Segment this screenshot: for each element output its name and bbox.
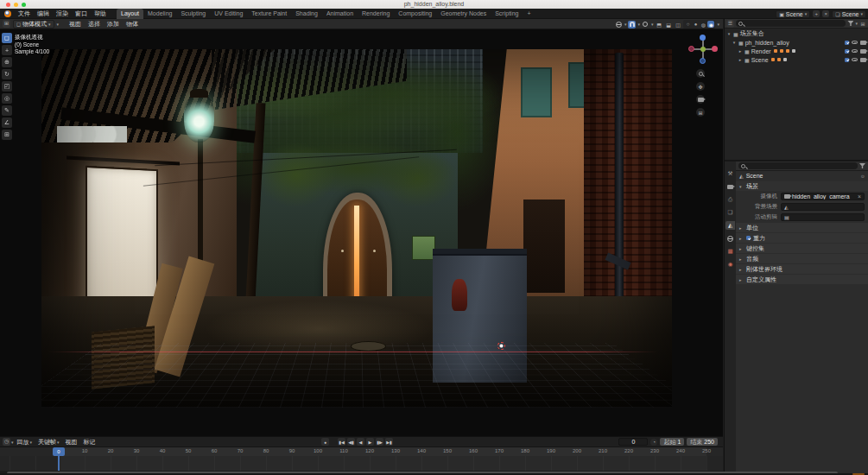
play-button[interactable]: ▶	[366, 438, 374, 446]
menu-keying[interactable]: 关键帧▾	[35, 438, 62, 446]
menu-file[interactable]: 文件	[15, 9, 34, 19]
panel-units[interactable]: ▸ 单位	[736, 223, 868, 232]
prev-keyframe-button[interactable]: ◀▮	[347, 438, 355, 446]
play-reverse-button[interactable]: ◀	[357, 438, 364, 446]
menu-help[interactable]: 帮助	[91, 9, 110, 19]
filter-icon[interactable]	[859, 163, 865, 168]
tab-modeling[interactable]: Modeling	[143, 9, 176, 19]
tab-physics-icon[interactable]: ◉	[725, 260, 735, 269]
hide-eye-icon[interactable]	[852, 58, 858, 61]
tab-scene-icon[interactable]: ◭	[725, 221, 735, 230]
shading-material-button[interactable]: ◍	[700, 21, 706, 28]
menu-view[interactable]: 视图	[66, 19, 85, 29]
scene-selector[interactable]: ▣ Scene ▾	[776, 10, 810, 18]
tool-scale[interactable]: ◰	[2, 81, 12, 92]
gizmo-axis-z[interactable]	[700, 35, 706, 41]
tab-texture-icon[interactable]: ▦	[725, 247, 735, 256]
shading-solid-button[interactable]: ●	[692, 21, 699, 28]
outliner-row-scene[interactable]: ▸ ▦ Scene	[725, 55, 868, 64]
show-gizmo-toggle[interactable]: ⬒	[655, 21, 662, 28]
tab-texture-paint[interactable]: Texture Paint	[247, 9, 291, 19]
tab-rendering[interactable]: Rendering	[358, 9, 394, 19]
viewport-3d[interactable]: 摄像机透视 (0) Scene Sample 4/100 ◻ + ⊕ ↻ ◰ ◎…	[0, 29, 723, 436]
tab-shading[interactable]: Shading	[291, 9, 322, 19]
panel-rigid-body-world[interactable]: ▸ 刚体世界环境	[736, 264, 868, 274]
tool-cursor[interactable]: +	[2, 45, 12, 55]
jump-start-button[interactable]: ▮◀	[338, 438, 345, 446]
xray-toggle[interactable]: ◫	[674, 21, 681, 28]
scene-panel-header[interactable]: ▾ 场景	[736, 181, 868, 191]
panel-keying-sets[interactable]: ▸ 键控集	[736, 244, 868, 253]
outliner-row-ph-hidden-alloy[interactable]: ▾ ▦ ph_hidden_alloy	[725, 38, 868, 47]
pin-icon[interactable]: ⊙	[861, 174, 865, 179]
jump-end-button[interactable]: ▶▮	[385, 438, 393, 446]
outliner-search-input[interactable]	[736, 20, 846, 27]
menu-window[interactable]: 窗口	[72, 9, 91, 19]
outliner-row-scene-collection[interactable]: ▾ ▦ 场景集合	[725, 29, 868, 38]
tab-layout[interactable]: Layout	[117, 9, 143, 19]
editor-type-button[interactable]: ⊞	[3, 20, 10, 28]
tab-output-icon[interactable]: ⎙	[725, 195, 735, 204]
camera-render-region[interactable]	[41, 49, 672, 408]
tab-geometry-nodes[interactable]: Geometry Nodes	[436, 9, 491, 19]
view-layer-selector[interactable]: ❏ Scene ▾	[832, 10, 866, 18]
menu-add[interactable]: 添加	[104, 19, 123, 29]
navigation-gizmo[interactable]	[688, 35, 718, 64]
properties-search-input[interactable]	[738, 162, 858, 169]
menu-object[interactable]: 物体	[123, 19, 142, 29]
expand-icon[interactable]: ▸	[738, 57, 743, 62]
tab-scripting[interactable]: Scripting	[491, 9, 523, 19]
playhead[interactable]: 0	[53, 447, 65, 456]
hide-eye-icon[interactable]	[852, 49, 858, 53]
tab-compositing[interactable]: Compositing	[394, 9, 436, 19]
gizmo-axis-x-neg[interactable]	[688, 46, 694, 52]
tool-add-cube[interactable]: ⊞	[2, 130, 12, 140]
new-collection-button[interactable]: ⊞	[859, 20, 866, 27]
timeline-channels[interactable]	[0, 456, 723, 471]
gizmo-axis-y[interactable]	[700, 47, 706, 52]
panel-gravity[interactable]: ▸ 重力	[736, 233, 868, 243]
exclude-checkbox[interactable]	[845, 49, 849, 54]
frame-start-field[interactable]: 起始 1	[660, 438, 684, 446]
shading-wireframe-button[interactable]: ○	[684, 21, 691, 28]
timeline-editor-type-button[interactable]: ◷	[3, 438, 10, 446]
tool-annotate[interactable]: ✎	[2, 105, 12, 116]
gravity-checkbox[interactable]	[746, 236, 751, 240]
timeline-ruler[interactable]: 0 10203040506070809010011012013014015016…	[0, 447, 723, 456]
menu-view[interactable]: 视图	[63, 438, 80, 446]
clear-icon[interactable]: ×	[858, 193, 861, 200]
tab-uv-editing[interactable]: UV Editing	[210, 9, 247, 19]
proportional-editing-toggle[interactable]	[642, 21, 649, 28]
camera-field[interactable]: hidden_alloy_camera ×	[781, 193, 865, 200]
show-overlays-toggle[interactable]: ⬓	[664, 21, 672, 28]
hide-eye-icon[interactable]	[852, 41, 858, 44]
add-workspace-button[interactable]: +	[523, 9, 535, 19]
current-frame-field[interactable]: 0	[618, 438, 648, 446]
filter-icon[interactable]	[847, 21, 853, 26]
outliner-editor-type-button[interactable]: ☰	[726, 20, 734, 28]
frame-end-field[interactable]: 结束 250	[687, 438, 718, 446]
new-scene-button[interactable]: +	[813, 10, 820, 17]
disable-render-icon[interactable]	[860, 41, 866, 45]
disable-render-icon[interactable]	[860, 49, 866, 54]
active-clip-field[interactable]: ▤	[781, 213, 865, 221]
pan-hand-icon[interactable]: ✥	[696, 82, 705, 91]
blender-logo-icon[interactable]	[4, 10, 11, 17]
outliner-row-render[interactable]: ▸ ▦ Render	[725, 47, 868, 55]
tab-view-layer-icon[interactable]: ❏	[725, 208, 735, 217]
mode-extra-caret[interactable]: ▾	[57, 22, 60, 27]
next-keyframe-button[interactable]: ▮▶	[376, 438, 383, 446]
tab-sculpting[interactable]: Sculpting	[176, 9, 210, 19]
zoom-icon[interactable]	[696, 69, 705, 78]
camera-view-icon[interactable]	[696, 95, 705, 104]
menu-select[interactable]: 选择	[85, 19, 104, 29]
perspective-toggle-icon[interactable]: ⊞	[696, 108, 705, 117]
tool-select-box[interactable]: ◻	[2, 33, 12, 43]
unlink-scene-button[interactable]: ×	[822, 10, 829, 17]
tab-world-icon[interactable]	[725, 234, 735, 243]
expand-icon[interactable]: ▾	[732, 40, 737, 45]
tool-measure[interactable]: ∠	[2, 117, 12, 128]
menu-render[interactable]: 渲染	[53, 9, 72, 19]
tab-render-icon[interactable]	[725, 182, 735, 191]
tool-move[interactable]: ⊕	[2, 57, 12, 67]
